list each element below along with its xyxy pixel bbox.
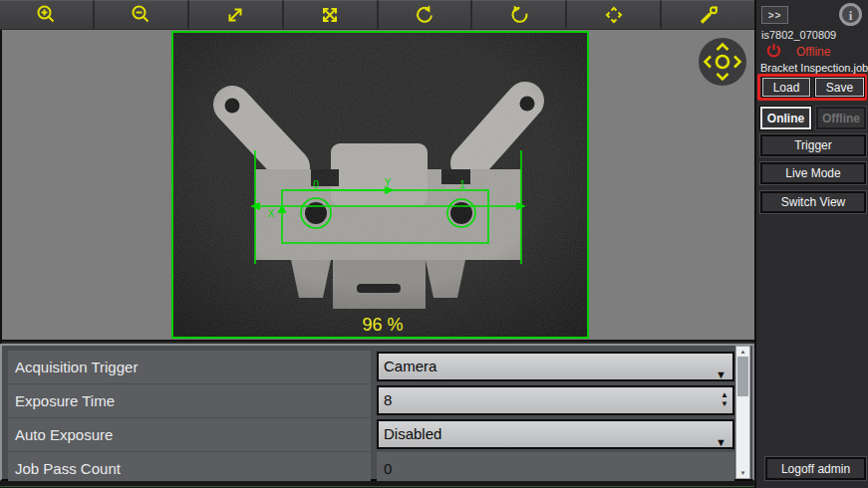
eyedropper-icon <box>697 3 721 27</box>
settings-panel: Acquisition Trigger Camera ▼ Exposure Ti… <box>0 344 754 481</box>
eyedropper-button[interactable] <box>662 0 754 29</box>
rotate-clockwise-icon <box>507 3 531 27</box>
setting-label: Auto Exposure <box>8 418 371 451</box>
scroll-down-icon[interactable]: ▼ <box>736 470 749 476</box>
pan-icon <box>602 3 626 27</box>
power-icon <box>766 43 781 62</box>
point-1-label: 1 <box>459 179 465 190</box>
scrollbar-thumb[interactable] <box>737 357 748 396</box>
pass-percent-result: 96 % <box>362 315 403 335</box>
zoom-out-icon <box>129 3 152 27</box>
control-sidebar: >> i is7802_070809 Offline Bracket Inspe… <box>754 0 868 488</box>
resize-diagonal-icon <box>223 3 247 27</box>
save-job-button[interactable]: Save <box>815 78 864 97</box>
trigger-button[interactable]: Trigger <box>760 134 866 156</box>
expand-panel-button[interactable]: >> <box>761 6 788 24</box>
setting-row-auto-exposure: Auto Exposure Disabled ▼ <box>2 418 752 451</box>
zoom-in-icon <box>34 3 58 27</box>
exposure-time-spinner[interactable]: 8 ▲ ▼ <box>377 385 734 415</box>
dropdown-value: Camera <box>384 358 436 374</box>
device-name: is7802_070809 <box>761 29 836 41</box>
setting-label: Exposure Time <box>8 384 371 417</box>
spin-up-icon[interactable]: ▲ <box>721 390 728 399</box>
switch-view-button[interactable]: Switch View <box>760 191 866 213</box>
camera-image[interactable]: Y X 0 1 96 % <box>171 31 589 339</box>
rotate-clockwise-button[interactable] <box>472 0 567 29</box>
y-axis-label: Y <box>385 177 392 188</box>
spinner-value: 8 <box>384 391 392 408</box>
setting-row-acquisition-trigger: Acquisition Trigger Camera ▼ <box>2 351 752 383</box>
resize-diagonal-button[interactable] <box>189 0 284 29</box>
footer-accent-line <box>0 486 868 487</box>
offline-button[interactable]: Offline <box>816 107 866 129</box>
live-mode-button[interactable]: Live Mode <box>760 162 866 184</box>
pan-navigation-control[interactable] <box>698 37 747 87</box>
spin-down-icon[interactable]: ▼ <box>721 399 728 408</box>
rotate-counterclockwise-button[interactable] <box>379 0 473 29</box>
connection-status: Offline <box>796 45 830 59</box>
settings-scrollbar[interactable]: ▲ ▼ <box>735 346 750 479</box>
pan-button[interactable] <box>567 0 662 29</box>
footer-strip <box>0 481 868 488</box>
info-icon[interactable]: i <box>839 3 862 26</box>
fit-to-window-icon <box>318 3 342 27</box>
zoom-in-button[interactable] <box>0 0 95 29</box>
fit-to-window-button[interactable] <box>284 0 379 29</box>
zoom-out-button[interactable] <box>95 0 189 29</box>
acquisition-trigger-dropdown[interactable]: Camera ▼ <box>377 352 734 381</box>
setting-row-exposure-time: Exposure Time 8 ▲ ▼ <box>2 384 752 417</box>
job-name: Bracket Inspection.job <box>760 62 868 74</box>
bracket-part-photo <box>173 33 587 337</box>
auto-exposure-dropdown[interactable]: Disabled ▼ <box>377 419 734 449</box>
rotate-counterclockwise-icon <box>413 3 436 27</box>
camera-viewport: Y X 0 1 96 % <box>0 30 754 342</box>
vision-inspection-app: Y X 0 1 96 % <box>0 0 868 488</box>
scroll-up-icon[interactable]: ▲ <box>736 349 749 355</box>
load-job-button[interactable]: Load <box>762 78 810 97</box>
x-axis-label: X <box>268 208 275 219</box>
logoff-button[interactable]: Logoff admin <box>765 457 866 480</box>
online-button[interactable]: Online <box>760 107 811 129</box>
setting-label: Acquisition Trigger <box>8 351 371 383</box>
point-0-label: 0 <box>313 179 319 190</box>
image-toolbar <box>0 0 754 29</box>
dropdown-value: Disabled <box>384 425 441 442</box>
